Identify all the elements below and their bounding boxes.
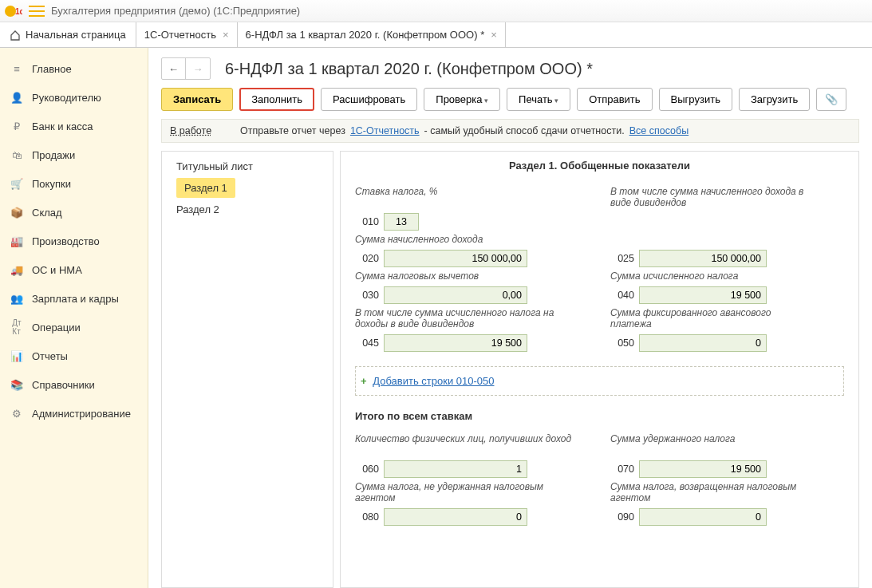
nav-buttons: ← → [161, 57, 211, 80]
sidebar-item-bank[interactable]: ₽Банк и касса [0, 112, 148, 140]
field-080[interactable] [384, 508, 527, 526]
field-050[interactable] [639, 334, 767, 352]
label-010: Ставка налога, % [355, 186, 578, 210]
form-heading: Раздел 1. Обобщенные показатели [355, 160, 844, 172]
toolbar: Записать Заполнить Расшифровать Проверка… [148, 88, 872, 119]
code-025: 025 [610, 253, 634, 264]
sidebar-item-label: ОС и НМА [32, 264, 82, 276]
field-025[interactable] [639, 250, 767, 267]
cart-icon: 🛒 [10, 176, 24, 191]
sidebar-item-label: Продажи [32, 149, 75, 161]
tab-label: 1С-Отчетность [144, 29, 216, 41]
export-button[interactable]: Выгрузить [659, 88, 732, 111]
label-070: Сумма удержанного налога [610, 433, 810, 457]
print-button[interactable]: Печать [507, 88, 570, 111]
code-080: 080 [355, 511, 379, 523]
sidebar-item-catalogs[interactable]: 📚Справочники [0, 370, 148, 399]
sidebar-item-manager[interactable]: 👤Руководителю [0, 83, 148, 112]
menu-icon: ≡ [10, 61, 24, 76]
tab-6ndfl[interactable]: 6-НДФЛ за 1 квартал 2020 г. (Конфетпром … [238, 22, 506, 47]
home-tab-label: Начальная страница [26, 29, 126, 41]
sidebar-item-label: Отчеты [32, 350, 68, 362]
field-020[interactable] [384, 250, 527, 267]
tab-reporting[interactable]: 1С-Отчетность × [136, 22, 238, 47]
close-icon[interactable]: × [491, 29, 497, 41]
status-label[interactable]: В работе [170, 125, 211, 136]
field-090[interactable] [639, 508, 767, 526]
code-040: 040 [610, 290, 634, 301]
label-020: Сумма начисленного дохода [355, 234, 578, 247]
link-1c-reporting[interactable]: 1С-Отчетность [350, 125, 420, 136]
svg-point-0 [5, 6, 16, 17]
paperclip-icon: 📎 [825, 93, 838, 105]
svg-text:1c: 1c [15, 7, 22, 16]
section-2[interactable]: Раздел 2 [162, 198, 333, 221]
label-030: Сумма налоговых вычетов [355, 270, 578, 283]
field-040[interactable] [639, 286, 767, 304]
app-logo-icon: 1c [5, 4, 22, 18]
sidebar-item-label: Зарплата и кадры [32, 293, 119, 305]
sidebar-item-label: Администрирование [32, 408, 131, 420]
sidebar-item-label: Справочники [32, 379, 95, 391]
label-045: В том числе сумма исчисленного налога на… [355, 307, 578, 331]
section-title-page[interactable]: Титульный лист [162, 155, 333, 178]
bag-icon: 🛍 [10, 148, 24, 162]
field-010[interactable] [384, 213, 419, 231]
field-030[interactable] [384, 286, 527, 304]
sidebar-item-purchases[interactable]: 🛒Покупки [0, 169, 148, 198]
check-button[interactable]: Проверка [424, 88, 500, 111]
send-button[interactable]: Отправить [577, 88, 652, 111]
import-button[interactable]: Загрузить [739, 88, 810, 111]
add-rows-link[interactable]: Добавить строки 010-050 [373, 375, 494, 387]
factory-icon: 🏭 [10, 234, 24, 248]
info-text-mid: - самый удобный способ сдачи отчетности. [424, 125, 625, 136]
sidebar-item-label: Руководителю [32, 92, 101, 104]
doc-title: 6-НДФЛ за 1 квартал 2020 г. (Конфетпром … [225, 60, 593, 78]
nav-back-button[interactable]: ← [162, 58, 186, 79]
fill-button[interactable]: Заполнить [239, 88, 314, 111]
info-strip: В работе Отправьте отчет через 1С-Отчетн… [161, 119, 859, 143]
sidebar-item-label: Операции [32, 322, 81, 333]
user-icon: 👤 [10, 90, 24, 105]
app-title: Бухгалтерия предприятия (демо) (1С:Предп… [51, 5, 300, 17]
home-icon [10, 30, 21, 41]
close-icon[interactable]: × [223, 29, 229, 41]
sidebar-item-label: Производство [32, 235, 100, 247]
title-bar: 1c Бухгалтерия предприятия (демо) (1С:Пр… [0, 0, 872, 22]
sidebar-item-assets[interactable]: 🚚ОС и НМА [0, 255, 148, 284]
info-text-pre: Отправьте отчет через [240, 125, 345, 136]
sidebar-item-payroll[interactable]: 👥Зарплата и кадры [0, 284, 148, 313]
label-025: В том числе сумма начисленного дохода в … [610, 186, 810, 221]
attach-button[interactable]: 📎 [816, 88, 846, 111]
content-area: ← → 6-НДФЛ за 1 квартал 2020 г. (Конфетп… [148, 48, 872, 588]
label-080: Сумма налога, не удержанная налоговым аг… [355, 481, 578, 505]
field-060[interactable] [384, 460, 527, 478]
truck-icon: 🚚 [10, 262, 24, 277]
sidebar-item-reports[interactable]: 📊Отчеты [0, 341, 148, 370]
home-tab[interactable]: Начальная страница [0, 22, 136, 47]
field-070[interactable] [639, 460, 767, 478]
burger-icon[interactable] [29, 6, 45, 17]
book-icon: 📚 [10, 377, 24, 392]
decode-button[interactable]: Расшифровать [321, 88, 417, 111]
write-button[interactable]: Записать [161, 88, 233, 111]
sidebar-item-label: Покупки [32, 178, 71, 190]
sidebar-item-admin[interactable]: ⚙Администрирование [0, 399, 148, 428]
add-rows-box: + Добавить строки 010-050 [355, 366, 844, 396]
code-050: 050 [610, 337, 634, 349]
person-icon: 👥 [10, 291, 24, 306]
subheading: Итого по всем ставкам [355, 410, 844, 422]
link-all-methods[interactable]: Все способы [629, 125, 689, 136]
code-020: 020 [355, 253, 379, 264]
nav-forward-button: → [186, 58, 210, 79]
section-1[interactable]: Раздел 1 [176, 178, 235, 198]
sidebar-item-production[interactable]: 🏭Производство [0, 227, 148, 255]
sidebar-item-sales[interactable]: 🛍Продажи [0, 140, 148, 169]
field-045[interactable] [384, 334, 527, 352]
label-050: Сумма фиксированного авансового платежа [610, 307, 810, 331]
sidebar-item-operations[interactable]: ДтКтОперации [0, 313, 148, 341]
sidebar-item-warehouse[interactable]: 📦Склад [0, 198, 148, 227]
chart-icon: 📊 [10, 349, 24, 363]
code-090: 090 [610, 511, 634, 523]
sidebar-item-main[interactable]: ≡Главное [0, 54, 148, 83]
